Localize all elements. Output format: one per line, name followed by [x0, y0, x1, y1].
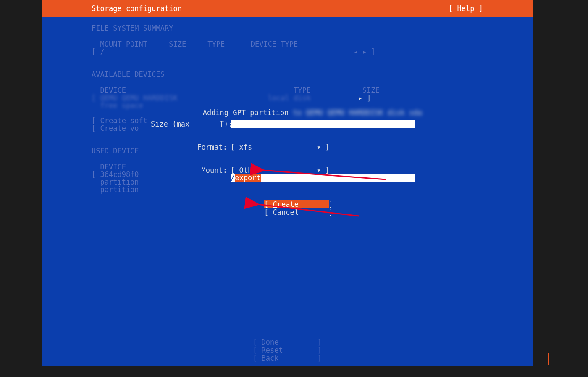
- scroll-indicator: [548, 353, 549, 365]
- page-title: Storage configuration: [92, 5, 182, 12]
- available-row-1[interactable]: [ QEMU QEMU HARDDISK local disk ▸ ]: [92, 94, 483, 102]
- header-bar: Storage configuration [ Help ]: [42, 0, 533, 17]
- fs-summary-section: FILE SYSTEM SUMMARY MOUNT POINT SIZE TYP…: [92, 24, 483, 55]
- fs-summary-row[interactable]: [ / ◂ ▸ ]: [92, 48, 483, 55]
- fs-summary-columns: MOUNT POINT SIZE TYPE DEVICE TYPE: [92, 40, 483, 48]
- add-partition-dialog: Adding GPT partition to QEMU QEMU HARDDI…: [147, 105, 428, 248]
- installer-screen: Storage configuration [ Help ] FILE SYST…: [42, 0, 533, 366]
- format-label: Format:: [151, 143, 231, 151]
- create-button[interactable]: [ Create ]: [264, 200, 333, 208]
- cancel-button[interactable]: [ Cancel ]: [264, 208, 333, 216]
- help-button[interactable]: [ Help ]: [449, 5, 483, 12]
- mount-select[interactable]: [ Other ▾ ]: [231, 166, 329, 174]
- dialog-title: Adding GPT partition to QEMU QEMU HARDDI…: [147, 101, 428, 124]
- reset-button[interactable]: [ Reset ]: [42, 346, 533, 354]
- back-button[interactable]: [ Back ]: [42, 354, 533, 362]
- mount-label: Mount:: [151, 166, 231, 174]
- format-select[interactable]: [ xfs ▾ ]: [231, 143, 329, 151]
- done-button[interactable]: [ Done ]: [42, 338, 533, 346]
- mount-path-input[interactable]: /export: [231, 174, 415, 182]
- bottom-button-bar: [ Done ] [ Reset ] [ Back ]: [42, 338, 533, 362]
- fs-summary-title: FILE SYSTEM SUMMARY: [92, 24, 483, 32]
- available-columns: DEVICE TYPE SIZE: [92, 87, 483, 94]
- available-title: AVAILABLE DEVICES: [92, 71, 483, 78]
